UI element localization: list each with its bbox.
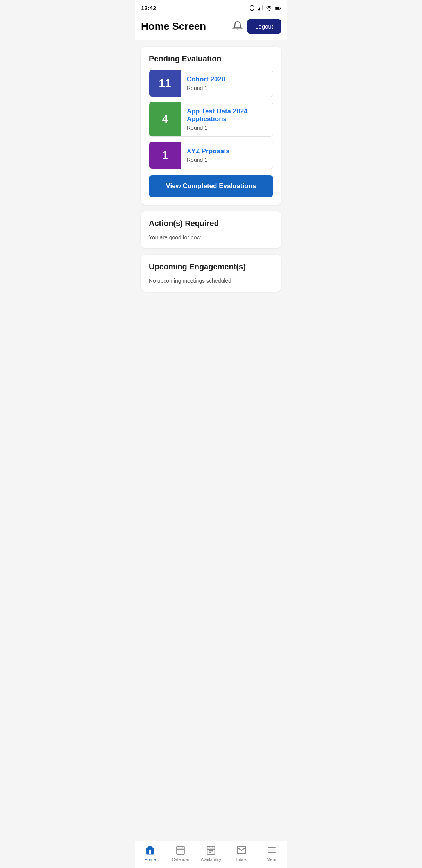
calendar-icon <box>175 845 186 855</box>
svg-rect-6 <box>275 7 279 9</box>
svg-rect-2 <box>261 7 261 10</box>
svg-rect-7 <box>177 846 184 854</box>
status-bar: 12:42 <box>135 0 287 14</box>
eval-round-3: Round 1 <box>187 157 230 163</box>
header: Home Screen Logout <box>135 14 287 40</box>
svg-rect-0 <box>258 9 259 10</box>
availability-icon <box>206 845 216 855</box>
eval-round-2: Round 1 <box>187 125 266 131</box>
logout-button[interactable]: Logout <box>247 19 281 34</box>
eval-name-2: App Test Data 2024 Applications <box>187 108 266 123</box>
nav-label-menu: Menu <box>266 857 277 862</box>
upcoming-engagements-card: Upcoming Engagement(s) No upcoming meeti… <box>141 255 281 292</box>
eval-item-xyz[interactable]: 1 XYZ Prposals Round 1 <box>149 142 273 169</box>
nav-item-menu[interactable]: Menu <box>260 845 284 862</box>
eval-name-3: XYZ Prposals <box>187 147 230 155</box>
security-icon <box>249 5 255 11</box>
upcoming-engagements-title: Upcoming Engagement(s) <box>149 262 273 271</box>
status-time: 12:42 <box>141 5 156 11</box>
header-actions: Logout <box>232 19 281 34</box>
view-completed-button[interactable]: View Completed Evaluations <box>149 175 273 197</box>
svg-rect-11 <box>207 846 215 854</box>
eval-info-2: App Test Data 2024 Applications Round 1 <box>181 102 273 136</box>
actions-required-message: You are good for now <box>149 234 273 240</box>
main-content: Pending Evaluation 11 Cohort 2020 Round … <box>135 40 287 335</box>
inbox-icon <box>236 845 247 855</box>
wifi-icon <box>266 5 272 11</box>
eval-round-1: Round 1 <box>187 85 225 91</box>
page-title: Home Screen <box>141 20 206 32</box>
eval-badge-2: 4 <box>149 102 181 136</box>
home-icon <box>145 845 156 855</box>
eval-name-1: Cohort 2020 <box>187 75 225 83</box>
nav-item-home[interactable]: Home <box>138 845 162 862</box>
nav-label-inbox: Inbox <box>236 857 247 862</box>
nav-label-calendar: Calendar <box>172 857 190 862</box>
pending-evaluation-title: Pending Evaluation <box>149 54 273 63</box>
svg-rect-3 <box>262 5 263 10</box>
nav-label-availability: Availability <box>201 857 221 862</box>
svg-rect-1 <box>259 7 260 10</box>
nav-item-availability[interactable]: Availability <box>199 845 223 862</box>
notification-icon[interactable] <box>232 21 243 32</box>
actions-required-title: Action(s) Required <box>149 219 273 228</box>
eval-item-cohort2020[interactable]: 11 Cohort 2020 Round 1 <box>149 70 273 97</box>
status-icons <box>249 5 281 11</box>
actions-required-card: Action(s) Required You are good for now <box>141 211 281 248</box>
svg-point-4 <box>269 10 269 10</box>
eval-item-apptest[interactable]: 4 App Test Data 2024 Applications Round … <box>149 102 273 137</box>
eval-info-1: Cohort 2020 Round 1 <box>181 70 231 97</box>
eval-info-3: XYZ Prposals Round 1 <box>181 142 236 169</box>
menu-icon <box>266 845 277 855</box>
eval-badge-3: 1 <box>149 142 181 169</box>
upcoming-engagements-message: No upcoming meetings scheduled <box>149 278 273 284</box>
nav-label-home: Home <box>144 857 156 862</box>
signal-icon <box>257 5 264 11</box>
nav-item-calendar[interactable]: Calendar <box>169 845 192 862</box>
eval-badge-1: 11 <box>149 70 181 97</box>
bottom-nav: Home Calendar Availability <box>135 841 287 868</box>
battery-icon <box>275 5 281 11</box>
pending-evaluation-card: Pending Evaluation 11 Cohort 2020 Round … <box>141 47 281 205</box>
nav-item-inbox[interactable]: Inbox <box>230 845 253 862</box>
